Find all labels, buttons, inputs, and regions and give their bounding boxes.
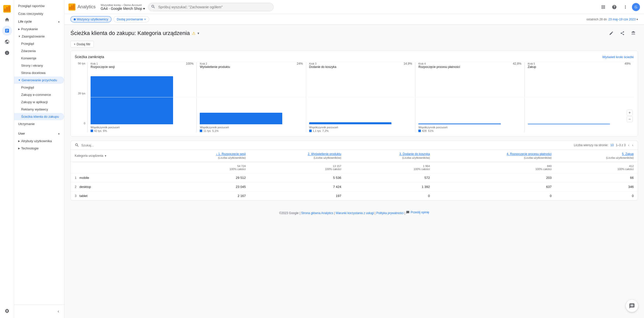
ga-logo-icon[interactable]	[3, 5, 11, 13]
row3-device: 3 tablet	[71, 191, 163, 201]
y-axis-bottom: 0	[75, 122, 85, 125]
step1-abandonment: Współczynnik porzuceń 42 tys6%	[91, 124, 193, 132]
zoom-out-btn[interactable]: −	[627, 116, 633, 122]
step1-bar	[91, 76, 173, 124]
sidebar-item-zdarzenia[interactable]: Zdarzenia	[14, 47, 64, 55]
step3-pct: 14,9%	[404, 62, 412, 65]
table-search-input[interactable]	[81, 143, 124, 147]
funnel-header: Ścieżka zamknięta Wyświetl kroki ścieżki	[75, 55, 634, 59]
acquisition-expand-icon: ▶	[18, 28, 20, 30]
y-axis-top: 56 tys	[75, 62, 85, 65]
footer-link-feedback[interactable]: Prześlij opinię	[411, 211, 429, 214]
next-page-btn[interactable]: ›	[632, 143, 634, 147]
icon-sidebar	[0, 0, 14, 318]
zoom-in-btn[interactable]: +	[627, 110, 633, 116]
revenue-expand-icon: ▼	[18, 79, 21, 82]
chat-btn[interactable]	[626, 300, 638, 312]
sidebar-section-lifecycle-label: Life cycle	[18, 20, 32, 23]
main-wrapper: Analytics Wszystkie konta › Demo Account…	[64, 0, 644, 318]
table-toolbar: Liczba wierszy na stronie: 10 1–3 z 3 ‹ …	[71, 141, 638, 150]
col3-header[interactable]: 3. Dodanie do koszyka (Liczba użytkownik…	[345, 150, 434, 162]
nav-advertising-icon[interactable]	[2, 48, 12, 58]
sidebar-item-engagement[interactable]: ▼ Zaangażowanie	[14, 33, 64, 40]
sidebar-item-technologie[interactable]: ▶ Technologie	[14, 145, 64, 152]
sidebar-section-user[interactable]: User ▲	[14, 130, 64, 137]
nav-reports-icon[interactable]	[2, 26, 12, 36]
content-area: Ścieżka klienta do zakupu: Kategoria urz…	[64, 25, 644, 318]
data-table-card: Liczba wierszy na stronie: 10 1–3 z 3 ‹ …	[70, 141, 638, 201]
apps-icon[interactable]	[599, 3, 608, 12]
all-users-filter[interactable]: Wszyscy użytkownicy	[70, 16, 111, 22]
more-options-icon[interactable]	[629, 29, 638, 38]
sidebar-item-sciezka[interactable]: Ścieżka klienta do zakupu	[14, 113, 64, 120]
col2-header[interactable]: 2. Wyświetlenie produktu (Liczba użytkow…	[250, 150, 345, 162]
footer-link-terms[interactable]: Warunki korzystania z usługi	[336, 211, 374, 215]
search-input[interactable]	[148, 3, 274, 11]
sidebar-item-acquisition[interactable]: ▶ Pozyskanie	[14, 25, 64, 33]
step3-bar	[309, 122, 392, 124]
step3-name: Dodanie do koszyka	[309, 65, 336, 69]
sidebar-item-zakupy-ecommerce[interactable]: Zakupy e-commerce	[14, 91, 64, 98]
sidebar-item-strony[interactable]: Strony i ekrany	[14, 62, 64, 69]
footer-link-privacy[interactable]: Polityka prywatności	[376, 211, 404, 215]
rows-per-page-label: Liczba wierszy na stronie:	[574, 143, 608, 147]
sidebar-item-atrybuty[interactable]: ▶ Atrybuty użytkownika	[14, 137, 64, 145]
footer-link-analytics[interactable]: Strona główna Analytics	[301, 211, 333, 215]
col1-header[interactable]: ↓ 1. Rozpoczęcie sesji (Liczba użytkowni…	[163, 150, 250, 162]
nav-explore-icon[interactable]	[2, 37, 12, 47]
totals-device	[71, 162, 163, 173]
engagement-label: Zaangażowanie	[22, 34, 45, 38]
row1-col3: 572	[345, 173, 434, 182]
table-totals-row: 54 724 100% całości 13 157 100% całości …	[71, 162, 638, 173]
chat-icon	[629, 303, 635, 309]
col5-header[interactable]: 5. Zakup (Liczba użytkowników)	[556, 150, 638, 162]
add-comparison-btn[interactable]: Dodaj porównanie +	[113, 16, 149, 22]
filter-chip-dot	[74, 18, 76, 20]
sidebar-item-konwersje[interactable]: Konwersje	[14, 55, 64, 62]
topbar-property[interactable]: GA4 - Google Merch Shop ▾	[101, 7, 145, 11]
user-avatar[interactable]: G	[632, 3, 640, 11]
date-range-value[interactable]: 23 maj–19 cze 2023 ▾	[609, 18, 638, 21]
row1-col2: 5 536	[250, 173, 345, 182]
step5-abandonment	[528, 124, 631, 132]
sidebar-item-utrzymanie[interactable]: Utrzymanie	[14, 120, 64, 128]
data-table: Kategoria urządzenia ▼ ↓ 1. Rozpoczęcie …	[71, 150, 638, 200]
table-header-row: Kategoria urządzenia ▼ ↓ 1. Rozpoczęcie …	[71, 150, 638, 162]
page-footer: ©2023 Google | Strona główna Analytics |…	[64, 205, 644, 221]
sidebar-item-realtime[interactable]: Czas rzeczywisty	[14, 10, 64, 18]
step4-abandonment: Współczynnik porzuceń 42851%	[418, 124, 521, 132]
view-steps-link[interactable]: Wyświetl kroki ścieżki	[602, 55, 634, 59]
sidebar-item-przeglad1[interactable]: Przegląd	[14, 40, 64, 47]
col4-header[interactable]: 4. Rozpoczęcie procesu płatności (Liczba…	[434, 150, 556, 162]
step1-name: Rozpoczęcie sesji	[91, 65, 115, 69]
sidebar-section-lifecycle[interactable]: Life cycle ▲	[14, 18, 64, 25]
col-device-header[interactable]: Kategoria urządzenia ▼	[71, 150, 163, 162]
title-dropdown-icon[interactable]: ▾	[197, 31, 199, 35]
sidebar-item-zakupy-aplikacji[interactable]: Zakupy w aplikacji	[14, 98, 64, 106]
add-filter-btn[interactable]: + Dodaj filtr	[70, 41, 94, 48]
step2-abandonment: Współczynnik porzuceń 11 tys5,1%	[200, 124, 303, 132]
sidebar-collapse-btn[interactable]: ‹	[55, 307, 62, 316]
topbar-breadcrumb: Wszystkie konta › Demo Account	[101, 4, 145, 7]
more-vert-icon[interactable]	[621, 3, 630, 12]
row2-col3: 1 392	[345, 182, 434, 191]
sidebar-item-reports-overview[interactable]: Przegląd raportów	[14, 2, 64, 10]
settings-icon[interactable]	[2, 306, 12, 316]
table-search-icon	[75, 143, 79, 147]
sidebar-item-reklamy[interactable]: Reklamy wydawcy	[14, 106, 64, 113]
row1-col1: 29 512	[163, 173, 250, 182]
sidebar-item-strona-docelowa[interactable]: Strona docelowa	[14, 69, 64, 76]
sidebar-item-revenue[interactable]: ▼ Generowanie przychodu	[14, 76, 64, 84]
search-icon	[151, 4, 155, 10]
totals-col1: 54 724 100% całości	[163, 162, 250, 173]
edit-report-icon[interactable]	[607, 29, 616, 38]
row2-device: 2 desktop	[71, 182, 163, 191]
nav-home-icon[interactable]	[2, 15, 12, 25]
rows-per-page-value[interactable]: 10	[610, 143, 614, 147]
help-icon[interactable]	[610, 3, 619, 12]
sidebar-item-przeglad2[interactable]: Przegląd	[14, 84, 64, 91]
step1-num: Krok 1	[91, 62, 115, 65]
svg-rect-3	[8, 6, 10, 12]
prev-page-btn[interactable]: ‹	[628, 143, 630, 147]
share-icon[interactable]	[618, 29, 627, 38]
